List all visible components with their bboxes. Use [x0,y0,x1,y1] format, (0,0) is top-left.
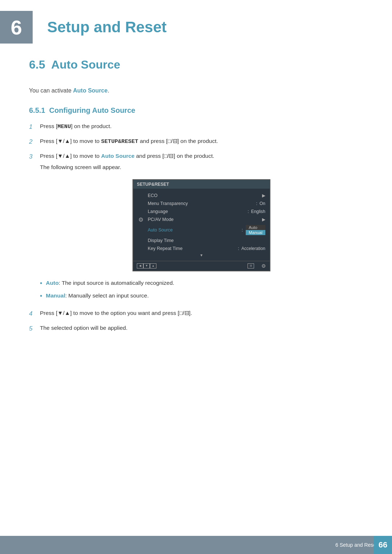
step-3: 3 Press [▼/▲] to move to Auto Source and… [29,152,363,172]
step-5: 5 The selected option will be applied. [29,324,363,333]
screen-body: ECO ▶ Menu Transparency : On Language : … [133,189,270,261]
chapter-number-box: 6 [0,11,33,44]
option-manual: Manual [246,230,265,235]
screen-mockup: SETUP&RESET ECO ▶ Menu Transparency : On… [132,179,270,271]
step-1: 1 Press [MENU] on the product. [29,122,363,132]
main-content: 6.5 Auto Source You can activate Auto So… [0,51,392,370]
menu-row-pcav: ⚙ PC/AV Mode ▶ [133,216,270,223]
section-intro: You can activate Auto Source. [29,86,363,95]
settings-icon: ⚙ [261,263,266,269]
page-footer: 6 Setup and Reset 66 [0,536,392,554]
screen-footer: ◀ ▼ ▲ ⊟ ⚙ [133,261,270,271]
bullet-list: • Auto: The input source is automaticall… [40,279,363,302]
scroll-indicator: ▼ [133,253,270,258]
section-number: 6.5 [29,58,45,71]
footer-btn-settings: ⚙ [261,263,266,269]
menu-row-autosource: Auto Source : Auto Manual [133,223,270,237]
screen-header: SETUP&RESET [133,180,270,189]
section-heading: Auto Source [51,58,120,71]
bullet-auto: • Auto: The input source is automaticall… [40,279,363,289]
footer-btn-up: ▲ [150,263,156,268]
option-auto: Auto [246,225,265,230]
section-title: 6.5 Auto Source [29,58,363,75]
steps-list: 1 Press [MENU] on the product. 2 Press [… [29,122,363,172]
gear-icon: ⚙ [138,216,143,223]
chapter-title: Setup and Reset [47,19,167,36]
step-4: 4 Press [▼/▲] to move to the option you … [29,309,363,319]
menu-row-displaytime: Display Time [133,237,270,245]
steps-continued: 4 Press [▼/▲] to move to the option you … [29,309,363,333]
footer-chapter-text: 6 Setup and Reset [335,542,377,548]
menu-row-transparency: Menu Transparency : On [133,200,270,208]
menu-row-language: Language : English [133,208,270,216]
step-2: 2 Press [▼/▲] to move to SETUP&RESET and… [29,137,363,147]
footer-btn-enter: ⊟ [248,263,254,268]
menu-row-eco: ECO ▶ [133,192,270,200]
chapter-header: 6 Setup and Reset [0,0,392,51]
footer-btn-down: ▼ [143,263,150,268]
screen-container: SETUP&RESET ECO ▶ Menu Transparency : On… [40,179,363,271]
bullet-manual: • Manual: Manually select an input sourc… [40,291,363,301]
footer-btn-back: ◀ [137,263,143,268]
menu-row-keyrepeat: Key Repeat Time : Acceleration [133,245,270,253]
chapter-number: 6 [11,16,22,39]
page-number: 66 [374,536,392,554]
subsection-title: 6.5.1 Configuring Auto Source [29,106,363,115]
